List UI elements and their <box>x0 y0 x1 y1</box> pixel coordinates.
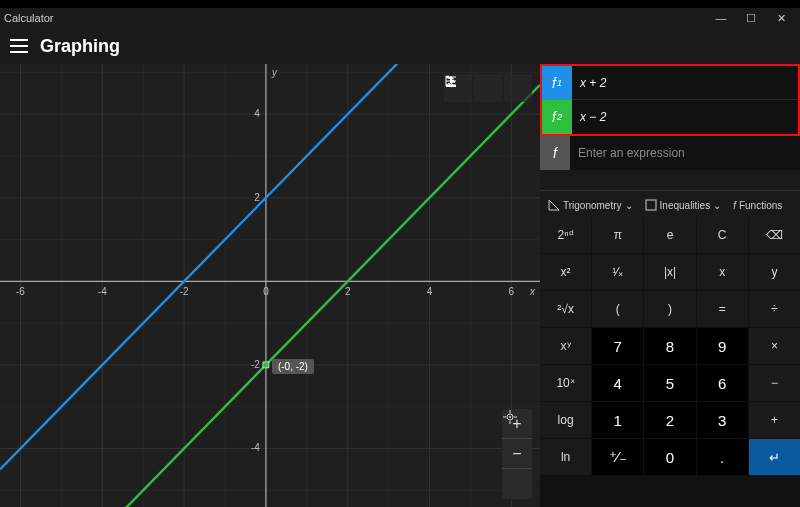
equation-text-1[interactable]: x + 2 <box>572 76 798 90</box>
header: Graphing <box>0 28 800 64</box>
category-inequalities[interactable]: Inequalities ⌄ <box>642 197 725 213</box>
zoom-fit-button[interactable] <box>502 469 532 499</box>
key-[interactable]: . <box>697 439 748 475</box>
key-x[interactable]: x² <box>540 254 591 290</box>
key-[interactable]: ⁺⁄₋ <box>592 439 643 475</box>
app-menubar <box>0 0 800 8</box>
key-x[interactable]: x <box>697 254 748 290</box>
titlebar: Calculator — ☐ ✕ <box>0 8 800 28</box>
main: xy-6-4-2024624-2-4 (-0, -2) + − <box>0 64 800 507</box>
trace-tooltip: (-0, -2) <box>272 359 314 374</box>
svg-text:-4: -4 <box>98 286 107 297</box>
key-5[interactable]: 5 <box>644 365 695 401</box>
zoom-controls: + − <box>502 409 532 499</box>
svg-text:2: 2 <box>254 192 260 203</box>
key-x[interactable]: xʸ <box>540 328 591 364</box>
minimize-button[interactable]: — <box>706 12 736 24</box>
equation-text-2[interactable]: x − 2 <box>572 110 798 124</box>
graph-pane[interactable]: xy-6-4-2024624-2-4 (-0, -2) + − <box>0 64 540 507</box>
svg-point-42 <box>447 76 450 79</box>
close-button[interactable]: ✕ <box>766 12 796 25</box>
key-0[interactable]: 0 <box>644 439 695 475</box>
key-x[interactable]: |x| <box>644 254 695 290</box>
graph-options-button[interactable] <box>504 74 532 102</box>
key-[interactable]: × <box>749 328 800 364</box>
sliders-icon <box>444 74 458 88</box>
key-9[interactable]: 9 <box>697 328 748 364</box>
key-[interactable]: + <box>749 402 800 438</box>
equation-input-row[interactable]: f Enter an expression <box>540 136 800 170</box>
svg-text:-2: -2 <box>180 286 189 297</box>
equation-list: f1 x + 2 f2 x − 2 <box>540 64 800 136</box>
key-[interactable]: ) <box>644 291 695 327</box>
equation-input[interactable]: Enter an expression <box>570 146 800 160</box>
key-[interactable]: = <box>697 291 748 327</box>
category-functions[interactable]: f Functions <box>730 197 785 213</box>
key-ln[interactable]: ln <box>540 439 591 475</box>
svg-line-40 <box>0 85 540 507</box>
key-[interactable]: ( <box>592 291 643 327</box>
key-10[interactable]: 10ˣ <box>540 365 591 401</box>
key-x[interactable]: ²√x <box>540 291 591 327</box>
key-c[interactable]: C <box>697 217 748 253</box>
key-2[interactable]: 2ⁿᵈ <box>540 217 591 253</box>
svg-text:x: x <box>529 286 536 297</box>
key-y[interactable]: y <box>749 254 800 290</box>
svg-text:y: y <box>271 67 278 78</box>
svg-line-39 <box>0 64 540 469</box>
key-6[interactable]: 6 <box>697 365 748 401</box>
graph-toolbar <box>444 74 532 102</box>
key-8[interactable]: 8 <box>644 328 695 364</box>
keypad: 2ⁿᵈπeC⌫x²¹⁄ₓ|x|xy²√x()=÷xʸ789×10ˣ456−log… <box>540 217 800 507</box>
app-title: Calculator <box>4 12 706 24</box>
svg-text:-2: -2 <box>251 359 260 370</box>
hamburger-menu-icon[interactable] <box>10 39 28 53</box>
equation-row-1[interactable]: f1 x + 2 <box>542 66 798 100</box>
target-icon <box>502 409 518 425</box>
svg-text:4: 4 <box>254 108 260 119</box>
angle-icon <box>548 199 560 211</box>
svg-text:4: 4 <box>427 286 433 297</box>
key-[interactable]: ⌫ <box>749 217 800 253</box>
function-icon: f <box>733 200 736 211</box>
key-log[interactable]: log <box>540 402 591 438</box>
function-badge-1: f1 <box>542 66 572 100</box>
svg-text:-4: -4 <box>251 442 260 453</box>
graph-canvas[interactable]: xy-6-4-2024624-2-4 <box>0 64 540 507</box>
inequality-icon <box>645 199 657 211</box>
svg-point-43 <box>452 80 455 83</box>
chevron-down-icon: ⌄ <box>625 200 633 211</box>
maximize-button[interactable]: ☐ <box>736 12 766 25</box>
key-[interactable]: ÷ <box>749 291 800 327</box>
category-trigonometry[interactable]: Trigonometry ⌄ <box>545 197 636 213</box>
mode-title: Graphing <box>40 36 120 57</box>
submit-button[interactable]: ↵ <box>749 439 800 475</box>
key-[interactable]: ¹⁄ₓ <box>592 254 643 290</box>
svg-text:0: 0 <box>263 286 269 297</box>
svg-text:6: 6 <box>509 286 515 297</box>
svg-text:2: 2 <box>345 286 351 297</box>
side-pane: f1 x + 2 f2 x − 2 f Enter an expression … <box>540 64 800 507</box>
svg-text:-6: -6 <box>16 286 25 297</box>
svg-point-46 <box>509 416 511 418</box>
function-badge-2: f2 <box>542 100 572 134</box>
svg-rect-41 <box>263 362 269 368</box>
key-[interactable]: − <box>749 365 800 401</box>
zoom-out-button[interactable]: − <box>502 439 532 469</box>
share-button[interactable] <box>474 74 502 102</box>
key-[interactable]: π <box>592 217 643 253</box>
key-e[interactable]: e <box>644 217 695 253</box>
key-2[interactable]: 2 <box>644 402 695 438</box>
key-3[interactable]: 3 <box>697 402 748 438</box>
chevron-down-icon: ⌄ <box>713 200 721 211</box>
svg-point-44 <box>449 84 452 87</box>
category-row: Trigonometry ⌄ Inequalities ⌄ f Function… <box>540 190 800 217</box>
key-4[interactable]: 4 <box>592 365 643 401</box>
function-badge-new: f <box>540 136 570 170</box>
key-7[interactable]: 7 <box>592 328 643 364</box>
equation-row-2[interactable]: f2 x − 2 <box>542 100 798 134</box>
key-1[interactable]: 1 <box>592 402 643 438</box>
svg-rect-47 <box>646 200 656 210</box>
